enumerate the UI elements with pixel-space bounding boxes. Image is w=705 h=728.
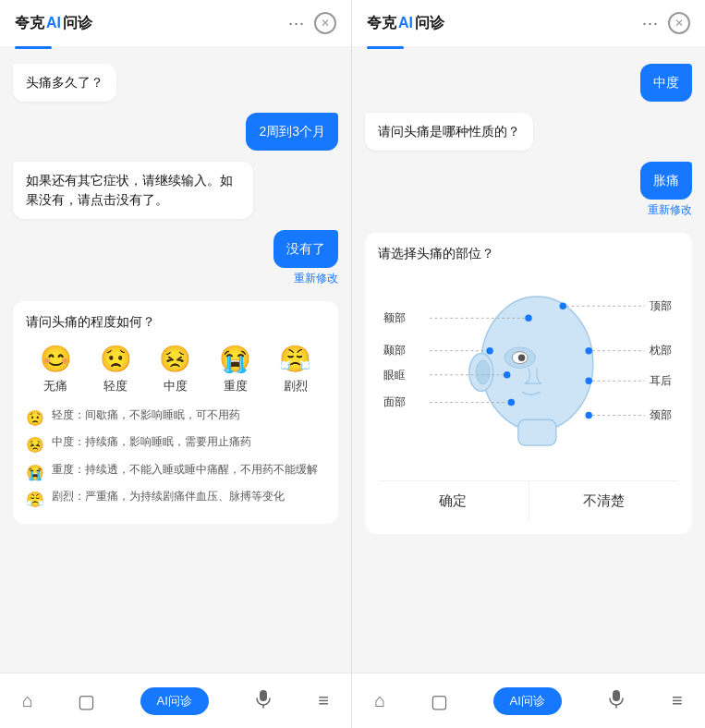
pain-options-row: 😊 无痛 😟 轻度 😣 中度 😭 重度 😤 剧烈 [26,344,325,394]
svg-rect-0 [260,690,267,701]
svg-point-10 [560,303,566,309]
right-ai-btn[interactable]: AI问诊 [493,687,562,715]
right-panel: 夸克AI问诊 ··· ✕ 中度 请问头痛是哪种性质的？ 胀痛 [352,0,705,728]
pain-desc-emoji-0: 😟 [26,408,44,429]
head-svg: 额部 颞部 眼眶 面部 顶部 枕部 耳后 颈部 [378,275,679,469]
svg-point-12 [585,347,591,354]
pain-desc-1: 😣 中度：持续痛，影响睡眠，需要用止痛药 [26,434,325,455]
svg-point-5 [476,360,490,384]
unclear-button[interactable]: 不清楚 [529,481,680,521]
svg-point-9 [525,315,531,322]
left-title-prefix: 夸克 [15,14,44,33]
pain-option-3[interactable]: 😭 重度 [219,344,251,394]
pain-label-1: 轻度 [103,378,128,394]
right-square-icon: ▢ [431,690,448,712]
pain-option-1[interactable]: 😟 轻度 [100,344,132,394]
pain-label-3: 重度 [224,378,248,394]
right-nav-mic[interactable] [606,688,626,713]
left-bubble-3: 如果还有其它症状，请继续输入。如果没有，请点击没有了。 [13,162,253,219]
pain-desc-text-1: 中度：持续痛，影响睡眠，需要用止痛药 [52,434,251,450]
pain-label-4: 剧烈 [284,378,308,394]
left-bubble-3-text: 如果还有其它症状，请继续输入。如果没有，请点击没有了。 [26,173,233,207]
left-chat-area: 头痛多久了？ 2周到3个月 如果还有其它症状，请继续输入。如果没有，请点击没有了… [0,49,351,673]
left-title-ai: AI [46,15,61,31]
left-nav-menu[interactable]: ≡ [318,690,329,711]
right-msg-2: 请问头痛是哪种性质的？ [365,113,692,151]
left-bottom-nav: ⌂ ▢ AI问诊 ≡ [0,673,351,728]
pain-emoji-3: 😭 [219,344,251,374]
pain-option-0[interactable]: 😊 无痛 [40,344,72,394]
left-nav-mic[interactable] [253,688,273,713]
left-mic-icon [253,688,273,713]
right-nav-menu[interactable]: ≡ [672,690,683,711]
pain-desc-emoji-2: 😭 [26,463,44,483]
svg-point-11 [486,347,492,354]
right-title: 夸克AI问诊 [367,14,444,33]
left-msg-2: 2周到3个月 [13,113,338,151]
right-bubble-2: 请问头痛是哪种性质的？ [365,113,533,151]
pain-question: 请问头痛的程度如何？ [26,314,325,331]
left-title-suffix: 问诊 [63,14,92,33]
left-title: 夸克AI问诊 [15,14,92,33]
right-bubble-3[interactable]: 胀痛 [640,162,692,200]
left-nav-square[interactable]: ▢ [78,690,95,712]
right-nav-square[interactable]: ▢ [431,690,448,712]
pain-desc-text-0: 轻度：间歇痛，不影响睡眠，可不用药 [52,407,240,423]
right-close-button[interactable]: ✕ [668,12,690,34]
right-close-icon: ✕ [675,17,684,30]
svg-point-16 [585,412,591,419]
left-bubble-4[interactable]: 没有了 [273,230,338,268]
location-question: 请选择头痛的部位？ [378,246,679,262]
left-nav-home[interactable]: ⌂ [22,690,33,711]
left-home-icon: ⌂ [22,690,33,711]
pain-descriptions: 😟 轻度：间歇痛，不影响睡眠，可不用药 😣 中度：持续痛，影响睡眠，需要用止痛药… [26,407,325,511]
pain-label-2: 中度 [164,378,188,394]
svg-text:耳后: 耳后 [650,374,672,387]
right-msg-1-group: 中度 [365,64,692,102]
right-title-prefix: 夸克 [367,14,396,33]
pain-label-0: 无痛 [43,378,67,394]
svg-rect-33 [613,690,620,701]
right-bubble-2-text: 请问头痛是哪种性质的？ [378,124,520,139]
svg-text:颈部: 颈部 [650,408,672,421]
pain-desc-2: 😭 重度：持续透，不能入睡或睡中痛醒，不用药不能缓解 [26,462,325,483]
pain-option-4[interactable]: 😤 剧烈 [279,344,311,394]
svg-text:额部: 额部 [383,311,406,324]
pain-emoji-4: 😤 [279,344,311,374]
right-remodify-link[interactable]: 重新修改 [648,202,692,218]
right-bubble-1[interactable]: 中度 [640,64,692,102]
right-header-actions: ··· ✕ [642,12,690,34]
left-square-icon: ▢ [78,690,95,712]
pain-desc-0: 😟 轻度：间歇痛，不影响睡眠，可不用药 [26,407,325,429]
right-dots-button[interactable]: ··· [642,14,659,33]
right-menu-icon: ≡ [672,690,683,711]
left-ai-btn[interactable]: AI问诊 [140,687,209,715]
right-nav-home[interactable]: ⌂ [374,690,385,711]
left-remodify-link[interactable]: 重新修改 [294,271,338,286]
svg-rect-3 [518,419,556,445]
svg-text:顶部: 顶部 [650,299,672,312]
right-title-ai: AI [398,15,413,31]
left-close-icon: ✕ [321,17,330,30]
pain-emoji-2: 😣 [159,344,191,374]
left-menu-icon: ≡ [318,690,329,711]
confirm-button[interactable]: 确定 [378,481,529,521]
left-dots-button[interactable]: ··· [288,14,305,33]
svg-point-15 [508,399,515,406]
left-header-actions: ··· ✕ [288,12,336,34]
right-title-suffix: 问诊 [415,14,444,33]
svg-point-8 [518,354,525,360]
confirm-row: 确定 不清楚 [378,480,679,521]
left-msg-3: 如果还有其它症状，请继续输入。如果没有，请点击没有了。 [13,162,338,219]
pain-option-2[interactable]: 😣 中度 [159,344,191,394]
left-header: 夸克AI问诊 ··· ✕ [0,0,351,46]
pain-degree-section: 请问头痛的程度如何？ 😊 无痛 😟 轻度 😣 中度 😭 重度 [13,301,338,524]
left-bubble-2-text: 2周到3个月 [259,124,325,139]
right-bubble-3-text: 胀痛 [653,173,679,188]
left-close-button[interactable]: ✕ [314,12,336,34]
right-msg-3-group: 胀痛 重新修改 [365,162,692,218]
right-bottom-nav: ⌂ ▢ AI问诊 ≡ [352,673,705,728]
svg-point-2 [481,297,593,431]
pain-desc-3: 😤 剧烈：严重痛，为持续剧痛伴血压、脉搏等变化 [26,489,325,510]
pain-desc-emoji-3: 😤 [26,490,44,510]
